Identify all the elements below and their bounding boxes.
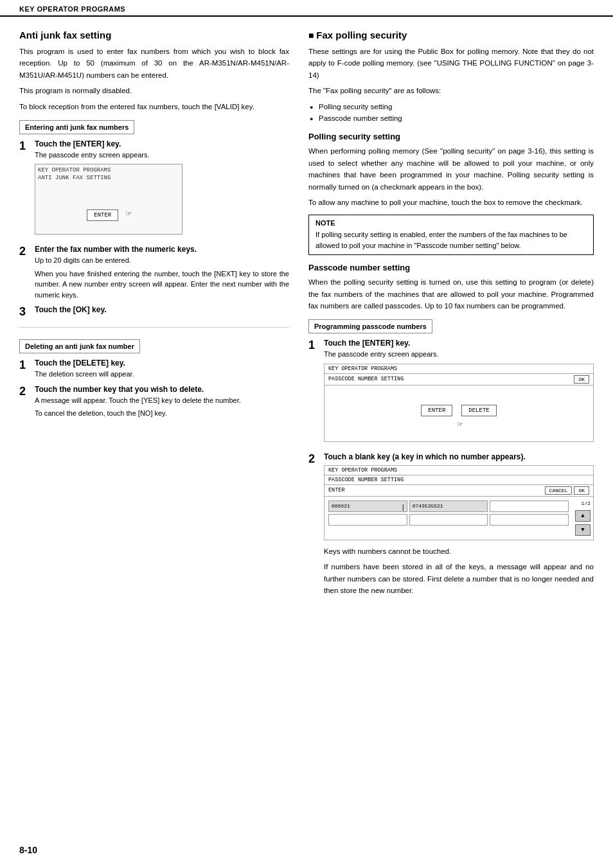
step2-number: 2 xyxy=(19,245,31,259)
screen3-up-btn[interactable]: ▲ xyxy=(575,510,591,522)
step3-container: 3 Touch the [OK] key. xyxy=(19,305,289,319)
del-step2-number: 2 xyxy=(19,385,31,399)
screen3-ok-btn[interactable]: OK xyxy=(574,486,589,495)
screen3-mockup: KEY OPERATOR PROGRAMS PASSCODE NUMBER SE… xyxy=(324,465,594,540)
del-step1-title: Touch the [DELETE] key. xyxy=(35,359,289,368)
screen3-main: 066621 | 0743535521 xyxy=(324,497,573,540)
bullet-item-2: Passcode number setting xyxy=(319,112,594,124)
del-step1-container: 1 Touch the [DELETE] key. The deletion s… xyxy=(19,359,289,380)
anti-junk-intro1: This program is used to enter fax number… xyxy=(19,46,289,81)
screen2-bar2: PASSCODE NUMBER SETTING OK xyxy=(324,374,593,385)
del-step1-content: Touch the [DELETE] key. The deletion scr… xyxy=(35,359,289,380)
del-step2-content: Touch the number key that you wish to de… xyxy=(35,385,289,419)
screen2-line1: KEY OPERATOR PROGRAMS xyxy=(328,366,397,372)
screen1-line2: ANTI JUNK FAX SETTING xyxy=(38,175,179,181)
del-step2-desc2: To cancel the deletion, touch the [NO] k… xyxy=(35,408,289,419)
step2-desc2: When you have finished entering the numb… xyxy=(35,269,289,301)
screen2-enter-btn[interactable]: ENTER xyxy=(421,405,452,416)
fax-polling-title: Fax polling security xyxy=(308,30,594,40)
del-step2-container: 2 Touch the number key that you wish to … xyxy=(19,385,289,419)
step2-title: Enter the fax number with the numeric ke… xyxy=(35,245,289,254)
screen3-page-info: 1/2 xyxy=(575,500,591,506)
left-column: Anti junk fax setting This program is us… xyxy=(19,30,289,606)
polling-bullets: Polling security setting Passcode number… xyxy=(319,101,594,125)
step3-title: Touch the [OK] key. xyxy=(35,305,289,314)
screen3-line1: KEY OPERATOR PROGRAMS xyxy=(328,467,397,474)
note-title: NOTE xyxy=(315,219,587,227)
step2-container: 2 Enter the fax number with the numeric … xyxy=(19,245,289,300)
step1-container: 1 Touch the [ENTER] key. The passcode en… xyxy=(19,139,289,240)
ps-step1-container: 1 Touch the [ENTER] key. The passcode en… xyxy=(308,339,594,447)
ps-step1-title: Touch the [ENTER] key. xyxy=(324,339,594,348)
screen3-topbar3: ENTER CANCEL OK xyxy=(324,485,593,497)
screen3-down-btn[interactable]: ▼ xyxy=(575,524,591,536)
screen3-key1[interactable]: 0743535521 xyxy=(409,500,488,512)
prog-box-label: Programming passcode numbers xyxy=(308,319,432,333)
passcode-text: When the polling security setting is tur… xyxy=(308,276,594,312)
ps-step1-content: Touch the [ENTER] key. The passcode entr… xyxy=(324,339,594,447)
ps-step1-desc: The passcode entry screen appears. xyxy=(324,349,594,360)
screen1-enter-btn[interactable]: ENTER xyxy=(87,209,118,221)
step2-content: Enter the fax number with the numeric ke… xyxy=(35,245,289,300)
screen3-key-cursor[interactable]: 066621 | xyxy=(328,500,407,512)
screen3-key2-val: 066621 xyxy=(332,503,350,509)
polling-security-title: Polling security setting xyxy=(308,132,594,141)
header-title: KEY OPERATOR PROGRAMS xyxy=(19,5,125,13)
screen2-line2: PASSCODE NUMBER SETTING xyxy=(328,376,404,382)
page-header: KEY OPERATOR PROGRAMS xyxy=(0,0,613,17)
screen2-ok-btn[interactable]: OK xyxy=(574,375,589,384)
step3-number: 3 xyxy=(19,305,31,319)
ps-step2-note1: Keys with numbers cannot be touched. xyxy=(324,545,594,557)
screen2-mockup: KEY OPERATOR PROGRAMS PASSCODE NUMBER SE… xyxy=(324,364,594,442)
step1-title: Touch the [ENTER] key. xyxy=(35,139,289,148)
screen3-key-empty1[interactable] xyxy=(490,500,569,512)
enter-box-label: Entering anti junk fax numbers xyxy=(19,120,134,134)
cursor-blink: | xyxy=(401,504,405,511)
screen1-mockup: KEY OPERATOR PROGRAMS ANTI JUNK FAX SETT… xyxy=(35,164,182,235)
screen3-topbar2: PASSCODE NUMBER SETTING xyxy=(324,475,593,485)
page-footer: 8-10 xyxy=(19,845,37,855)
step3-content: Touch the [OK] key. xyxy=(35,305,289,315)
step1-desc: The passcode entry screen appears. xyxy=(35,150,289,161)
ps-step2-note2: If numbers have been stored in all of th… xyxy=(324,561,594,596)
screen2-body: ENTER DELETE ☞ xyxy=(324,385,593,441)
screen3-enter-label: ENTER xyxy=(328,487,345,493)
anti-junk-intro2: This program is normally disabled. xyxy=(19,85,289,96)
ps-step2-number: 2 xyxy=(308,452,320,466)
del-step1-number: 1 xyxy=(19,359,31,373)
step2-desc1: Up to 20 digits can be entered. xyxy=(35,255,289,266)
screen1-btn-area: ENTER ☞ xyxy=(38,202,179,225)
screen3-cancel-btn[interactable]: CANCEL xyxy=(545,486,573,495)
anti-junk-intro3: To block reception from the entered fax … xyxy=(19,101,289,112)
del-step2-desc1: A message will appear. Touch the [YES] k… xyxy=(35,395,289,406)
del-step2-title: Touch the number key that you wish to de… xyxy=(35,385,289,394)
screen3-key1-val: 0743535521 xyxy=(413,503,443,509)
step1-number: 1 xyxy=(19,139,31,154)
anti-junk-title: Anti junk fax setting xyxy=(19,30,289,40)
ps-step1-number: 1 xyxy=(308,339,320,353)
screen3-side-btns: 1/2 ▲ ▼ xyxy=(573,497,593,540)
screen2-cursor: ☞ xyxy=(458,419,463,430)
screen3-body: 066621 | 0743535521 xyxy=(324,497,593,540)
polling-intro1: These settings are for using the Public … xyxy=(308,46,594,81)
note-box: NOTE If polling security setting is enab… xyxy=(308,215,594,255)
del-step1-desc: The deletion screen will appear. xyxy=(35,369,289,380)
screen3-key-empty2[interactable] xyxy=(328,514,407,526)
step1-content: Touch the [ENTER] key. The passcode entr… xyxy=(35,139,289,240)
passcode-title: Passcode number setting xyxy=(308,263,594,272)
polling-intro2: The "Fax polling security" are as follow… xyxy=(308,85,594,96)
polling-security-text2: To allow any machine to poll your machin… xyxy=(308,197,594,208)
screen3-key-empty4[interactable] xyxy=(490,514,569,526)
ps-step2-title: Touch a blank key (a key in which no num… xyxy=(324,452,594,461)
ps-step2-content: Touch a blank key (a key in which no num… xyxy=(324,452,594,601)
polling-security-text1: When performing polling memory (See "pol… xyxy=(308,145,594,193)
screen3-line2: PASSCODE NUMBER SETTING xyxy=(328,477,404,483)
page-number: 8-10 xyxy=(19,845,37,855)
cursor-icon: ☞ xyxy=(126,208,131,222)
screen3-key-empty3[interactable] xyxy=(409,514,488,526)
delete-box-label: Deleting an anti junk fax number xyxy=(19,339,140,353)
screen2-topbar: KEY OPERATOR PROGRAMS xyxy=(324,364,593,374)
screen1-line1: KEY OPERATOR PROGRAMS xyxy=(38,167,179,173)
screen2-delete-btn[interactable]: DELETE xyxy=(461,405,496,416)
note-text: If polling security setting is enabled, … xyxy=(315,229,587,251)
